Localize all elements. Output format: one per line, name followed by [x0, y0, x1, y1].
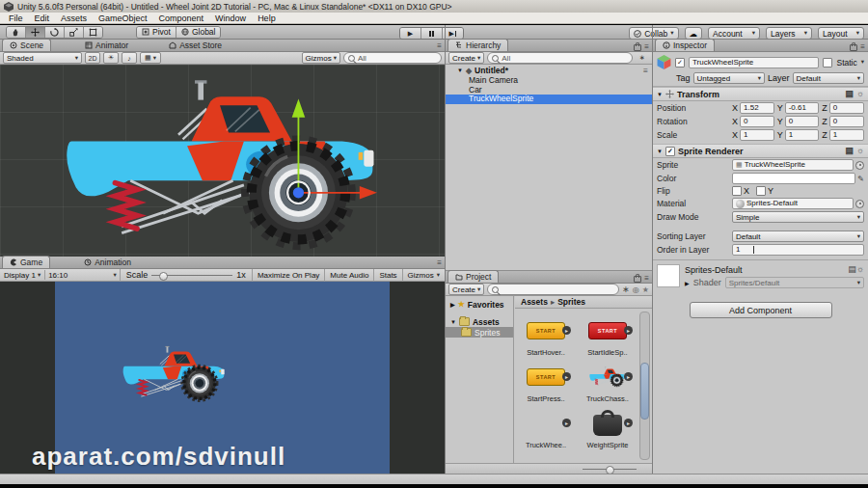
static-checkbox[interactable] — [823, 58, 832, 68]
tab-hierarchy[interactable]: Hierarchy — [448, 39, 508, 51]
maximize-on-play-button[interactable]: Maximize On Play — [252, 269, 324, 282]
position-y-field[interactable]: -0.61 — [785, 102, 820, 114]
expand-badge-icon[interactable]: ▸ — [562, 326, 571, 335]
scale-z-field[interactable]: 1 — [829, 129, 864, 141]
asset-startidle[interactable]: START▸ StartIdleSp.. — [580, 316, 636, 357]
step-button[interactable]: ▶ — [443, 28, 463, 39]
menu-gameobject[interactable]: GameObject — [94, 14, 152, 23]
scene-viewport[interactable] — [0, 65, 446, 258]
transform-header[interactable]: ▼ Transform ▤ ☼ — [653, 87, 868, 101]
breadcrumb-current[interactable]: Sprites — [557, 297, 585, 307]
expand-badge-icon[interactable]: ▸ — [624, 326, 633, 335]
move-tool-button[interactable] — [26, 27, 45, 38]
gear-icon[interactable]: ☼ — [856, 265, 864, 274]
hand-tool-button[interactable] — [7, 27, 26, 38]
shader-dropdown[interactable]: Sprites/Default▾ — [725, 277, 864, 288]
material-preview-swatch[interactable] — [657, 264, 680, 287]
tab-asset-store[interactable]: Asset Store — [162, 40, 229, 51]
presets-icon[interactable]: ▤ — [845, 90, 854, 98]
layers-dropdown[interactable]: Layers▾ — [766, 27, 812, 40]
lock-icon[interactable] — [634, 276, 641, 283]
foldout-icon[interactable]: ▶ — [450, 301, 455, 308]
rect-tool-button[interactable] — [84, 27, 102, 38]
presets-icon[interactable]: ▤ — [845, 147, 854, 155]
foldout-icon[interactable]: ▶ — [685, 280, 690, 286]
static-dropdown-icon[interactable]: ▾ — [861, 59, 864, 66]
menu-file[interactable]: File — [4, 14, 28, 23]
flip-y-checkbox[interactable] — [756, 186, 766, 196]
sorting-layer-dropdown[interactable]: Default▾ — [732, 230, 864, 242]
asset-starthover[interactable]: START▸ StartHover.. — [518, 316, 574, 357]
gear-icon[interactable]: ☼ — [856, 90, 864, 98]
project-scrollbar[interactable] — [639, 312, 650, 460]
tag-dropdown[interactable]: Untagged▾ — [693, 72, 765, 84]
add-component-button[interactable]: Add Component — [690, 302, 832, 318]
position-x-field[interactable]: 1.52 — [740, 102, 774, 114]
scrollbar-thumb[interactable] — [640, 363, 649, 420]
layer-dropdown[interactable]: Default▾ — [793, 72, 864, 84]
scene-gizmos-dropdown[interactable]: Gizmos▾ — [302, 52, 340, 64]
scale-x-field[interactable]: 1 — [740, 129, 774, 141]
tab-game[interactable]: Game — [2, 256, 50, 268]
hierarchy-search-input[interactable]: All — [487, 52, 633, 64]
eyedropper-icon[interactable]: ✎ — [857, 175, 864, 183]
lock-icon[interactable] — [634, 44, 641, 51]
panel-menu-icon[interactable]: ≡ — [860, 42, 865, 51]
scene-truck-sprite[interactable] — [56, 78, 384, 253]
component-enabled-checkbox[interactable]: ✓ — [665, 147, 675, 156]
favorites-tree-item[interactable]: ▶ ★ Favorites — [446, 299, 513, 310]
rotation-x-field[interactable]: 0 — [740, 116, 774, 127]
hierarchy-filter-icon[interactable]: ∗ — [636, 53, 649, 63]
expand-badge-icon[interactable]: ▸ — [562, 419, 571, 427]
panel-menu-icon[interactable]: ≡ — [644, 274, 649, 283]
position-z-field[interactable]: 0 — [829, 102, 864, 114]
draw-mode-dropdown[interactable]: Simple▾ — [732, 211, 864, 223]
menu-component[interactable]: Component — [154, 14, 209, 23]
foldout-icon[interactable]: ▼ — [657, 92, 663, 97]
foldout-icon[interactable]: ▼ — [657, 149, 663, 154]
hierarchy-item-truckwheelsprite[interactable]: TruckWheelSprite — [446, 95, 652, 104]
layout-dropdown[interactable]: Layout▾ — [818, 27, 864, 40]
sprites-tree-item[interactable]: Sprites — [446, 327, 513, 338]
asset-weightsprite[interactable]: ▸ WeightSprite — [580, 409, 636, 449]
menu-assets[interactable]: Assets — [56, 14, 92, 23]
search-by-label-icon[interactable]: ◎ — [633, 285, 639, 294]
lighting-toggle-button[interactable]: ☀ — [103, 52, 119, 64]
pivot-toggle-button[interactable]: Pivot — [137, 27, 176, 38]
asset-startpress[interactable]: START▸ StartPress.. — [518, 363, 574, 403]
object-picker-icon[interactable] — [855, 200, 864, 208]
expand-badge-icon[interactable]: ▸ — [624, 372, 633, 381]
object-name-field[interactable]: TruckWheelSprite — [689, 57, 819, 68]
scale-slider[interactable] — [151, 275, 232, 276]
project-search-input[interactable] — [487, 284, 619, 295]
tab-animator[interactable]: Animator — [78, 40, 135, 51]
menu-window[interactable]: Window — [210, 14, 251, 23]
thumbnail-size-slider[interactable] — [583, 469, 637, 470]
panel-menu-icon[interactable]: ≡ — [644, 42, 649, 51]
gear-icon[interactable]: ☼ — [856, 147, 864, 155]
global-toggle-button[interactable]: Global — [176, 27, 221, 38]
rotation-z-field[interactable]: 0 — [829, 116, 864, 127]
hierarchy-create-dropdown[interactable]: Create▾ — [448, 52, 484, 64]
flip-x-checkbox[interactable] — [732, 186, 742, 196]
pause-button[interactable] — [421, 28, 443, 39]
presets-icon[interactable]: ▤ — [848, 265, 856, 274]
scene-search-input[interactable]: All — [343, 52, 442, 64]
account-dropdown[interactable]: Account▾ — [708, 27, 760, 40]
object-picker-icon[interactable] — [855, 161, 864, 170]
audio-toggle-button[interactable]: ♪ — [122, 52, 137, 64]
lock-icon[interactable] — [850, 44, 857, 51]
scene-menu-icon[interactable]: ≡ — [643, 66, 648, 76]
play-button[interactable]: ▶ — [400, 28, 421, 39]
tab-scene[interactable]: Scene — [2, 39, 51, 51]
assets-tree-item[interactable]: ▼ Assets — [446, 316, 513, 327]
menu-edit[interactable]: Edit — [30, 14, 55, 23]
2d-toggle-button[interactable]: 2D — [85, 52, 100, 64]
scale-tool-button[interactable] — [65, 27, 84, 38]
scale-y-field[interactable]: 1 — [785, 129, 820, 141]
panel-menu-icon[interactable]: ≡ — [437, 41, 442, 50]
active-checkbox[interactable]: ✓ — [675, 58, 685, 68]
material-field[interactable]: Sprites-Default — [732, 198, 854, 209]
rotate-tool-button[interactable] — [45, 27, 65, 38]
mute-audio-button[interactable]: Mute Audio — [324, 269, 373, 282]
